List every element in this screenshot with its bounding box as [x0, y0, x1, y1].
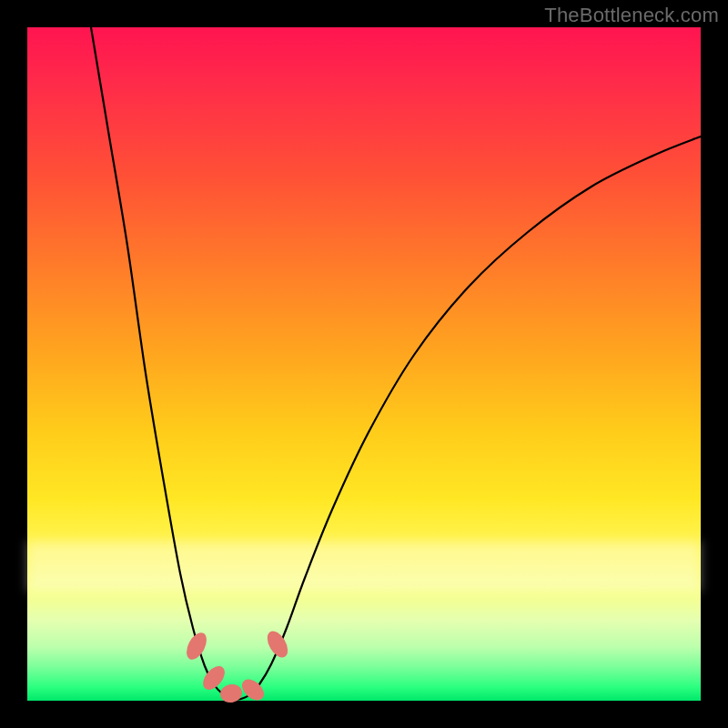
marker-0	[183, 630, 211, 663]
marker-2	[218, 682, 244, 705]
curve-markers	[183, 628, 292, 705]
marker-4	[263, 628, 292, 662]
bottleneck-chart	[27, 27, 701, 701]
bottleneck-curve	[91, 27, 701, 700]
watermark-text: TheBottleneck.com	[544, 4, 719, 27]
